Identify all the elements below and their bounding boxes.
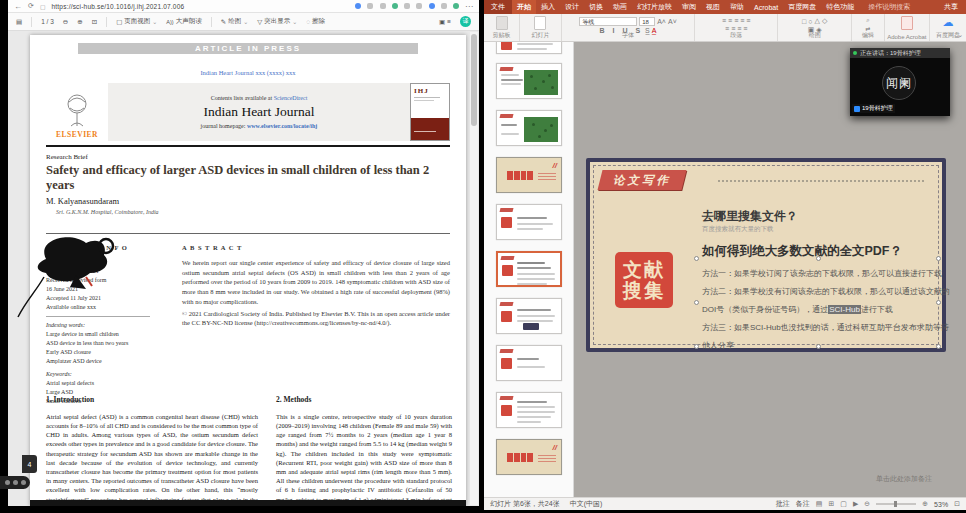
selection-handle[interactable] xyxy=(816,344,821,349)
toc-icon[interactable]: ▤ xyxy=(16,18,22,26)
extension-icon[interactable] xyxy=(404,3,410,9)
floating-tool-pill[interactable] xyxy=(0,476,30,489)
save-icon[interactable]: ▣ xyxy=(439,18,445,26)
slide-thumbnail[interactable] xyxy=(496,110,562,146)
slide-thumbnail[interactable] xyxy=(496,392,562,428)
extension-icon[interactable] xyxy=(441,3,447,9)
slide-thumbnail[interactable] xyxy=(496,345,562,381)
notes-button[interactable]: 备注 xyxy=(796,499,810,509)
slide-thumbnail[interactable] xyxy=(496,298,562,334)
zoom-in-icon[interactable]: ⊕ xyxy=(77,18,82,26)
pdf-scrollbar-thumb[interactable] xyxy=(471,34,477,126)
tab-review[interactable]: 审阅 xyxy=(677,0,701,14)
selection-handle[interactable] xyxy=(694,344,699,349)
extension-icon[interactable] xyxy=(355,3,361,9)
selection-handle[interactable] xyxy=(694,300,699,305)
slide-seal-badge[interactable]: 文献 搜集 xyxy=(615,252,673,308)
pdf-scrollbar[interactable] xyxy=(470,32,478,505)
zoom-out-icon[interactable]: ⊖ xyxy=(63,18,68,26)
sciencedirect-link[interactable]: ScienceDirect xyxy=(274,95,308,101)
comments-button[interactable]: 批注 xyxy=(776,499,790,509)
current-slide[interactable]: 论文写作 文献 搜集 去哪里搜集文件？ 百度搜索就有大量的下载 如何得到绝大多数… xyxy=(586,158,946,352)
slide-method-2-line-1[interactable]: 方法二：如果学校没有订阅该杂志的下载权限，那么可以通过该文献的 xyxy=(702,286,944,297)
url-field[interactable]: https://sci-hub.se/10.1016/j.ihj.2021.07… xyxy=(52,3,185,10)
cloud-icon[interactable]: ☁ xyxy=(942,16,953,29)
translate-extension-icon[interactable]: 译 xyxy=(460,16,471,27)
share-button[interactable]: 共享 xyxy=(936,0,966,14)
slide-thumbnail[interactable]: // xyxy=(496,157,562,193)
slide-question-2[interactable]: 如何得到绝大多数文献的全文PDF？ xyxy=(702,243,902,260)
page-number-tag[interactable]: 4 xyxy=(22,455,37,473)
slide-thumbnail[interactable] xyxy=(496,63,562,99)
slide-question-1[interactable]: 去哪里搜集文件？ xyxy=(702,208,798,225)
selection-handle[interactable] xyxy=(936,256,941,261)
slide-thumbnail[interactable]: // xyxy=(496,439,562,475)
tab-view[interactable]: 视图 xyxy=(701,0,725,14)
erase-button[interactable]: ◌ 擦除 xyxy=(306,17,325,26)
selection-handle[interactable] xyxy=(694,256,699,261)
grow-font-icon[interactable]: A˄ xyxy=(657,18,666,25)
font-name-box[interactable]: 等线 xyxy=(579,17,637,26)
new-slide-button[interactable] xyxy=(534,16,546,30)
back-icon[interactable]: ← xyxy=(14,2,22,11)
tab-insert[interactable]: 插入 xyxy=(536,0,560,14)
zoom-percent[interactable]: 53% xyxy=(934,501,948,508)
extension-icon[interactable] xyxy=(380,3,386,9)
meeting-overlay-window[interactable]: 正在讲话：19骨科护理 闻阑 19骨科护理 xyxy=(850,48,950,116)
paste-button[interactable] xyxy=(496,16,508,30)
slide-question-1-subtext[interactable]: 百度搜索就有大量的下载 xyxy=(702,225,774,234)
tab-acrobat[interactable]: Acrobat xyxy=(749,0,783,14)
highlight-button[interactable]: ▽ 突出显示 ⌄ xyxy=(257,17,297,26)
font-size-box[interactable]: 18 xyxy=(639,17,655,26)
print-icon[interactable]: ≡ xyxy=(447,18,451,25)
extension-icon[interactable] xyxy=(416,3,422,9)
normal-view-icon[interactable]: ▤ xyxy=(816,500,823,508)
tab-design[interactable]: 设计 xyxy=(560,0,584,14)
slide-ribbon-badge[interactable]: 论文写作 xyxy=(598,170,687,190)
extension-icon[interactable] xyxy=(429,3,435,9)
fit-slide-icon[interactable]: ⊡ xyxy=(954,500,960,508)
refresh-icon[interactable]: ⟳ xyxy=(28,2,34,10)
slide-thumbnail[interactable] xyxy=(496,204,562,240)
zoom-out-icon[interactable]: ⊖ xyxy=(864,500,870,508)
tell-me-search[interactable]: 操作说明搜索 xyxy=(863,0,915,14)
draw-button[interactable]: ✎ 绘图 ⌄ xyxy=(221,17,248,26)
reading-view-icon[interactable]: ▢ xyxy=(840,500,847,508)
tab-help[interactable]: 帮助 xyxy=(725,0,749,14)
notes-hint-text[interactable]: 单击此处添加备注 xyxy=(876,474,932,484)
slide-method-2-line-2[interactable]: DOI号（类似于身份证号码），通过SCI-Hub进行下载 xyxy=(702,304,944,315)
zoom-slider-knob[interactable] xyxy=(894,501,897,507)
selection-handle[interactable] xyxy=(936,300,941,305)
tab-animations[interactable]: 动画 xyxy=(608,0,632,14)
tab-baidu-netdisk[interactable]: 百度网盘 xyxy=(783,0,821,14)
selection-handle[interactable] xyxy=(816,256,821,261)
slide-sorter-icon[interactable]: ⊞ xyxy=(828,500,834,508)
create-pdf-button[interactable] xyxy=(901,16,913,30)
zoom-in-icon[interactable]: ⊕ xyxy=(922,500,928,508)
slide-method-3-line-1[interactable]: 方法三：如果SCI-Hub也没找到的话，通过科研互助平台发布求助等待 xyxy=(702,322,944,333)
fit-width-icon[interactable]: ⊡ xyxy=(92,18,97,26)
tab-slideshow[interactable]: 幻灯片放映 xyxy=(632,0,677,14)
collapse-ribbon-icon[interactable]: ⌄ xyxy=(957,31,963,39)
read-aloud-button[interactable]: A)) 大声朗读 xyxy=(166,17,201,26)
tab-file[interactable]: 文件 xyxy=(484,0,512,14)
journal-homepage-link[interactable]: www.elsevier.com/locate/ihj xyxy=(247,123,317,129)
selection-handle[interactable] xyxy=(936,344,941,349)
tab-transitions[interactable]: 切换 xyxy=(584,0,608,14)
language-indicator[interactable]: 中文(中国) xyxy=(570,499,603,509)
browser-menu-icon[interactable]: ⋯ xyxy=(465,2,473,11)
zoom-slider[interactable] xyxy=(876,503,916,505)
extension-icon[interactable] xyxy=(392,3,398,9)
extension-icon[interactable] xyxy=(367,3,373,9)
tab-home[interactable]: 开始 xyxy=(512,0,536,14)
tab-featured-tools[interactable]: 特色功能 xyxy=(821,0,859,14)
slide-thumbnail[interactable] xyxy=(496,42,562,54)
slide-thumbnail-selected[interactable] xyxy=(496,251,562,287)
shrink-font-icon[interactable]: A˅ xyxy=(668,18,677,25)
slide-method-1[interactable]: 方法一：如果学校订阅了该杂志的下载权限，那么可以直接进行下载 xyxy=(702,268,944,279)
slide-method-3-line-2[interactable]: 他人分享 xyxy=(702,340,944,351)
page-view-button[interactable]: ▢ 页面视图 ⌄ xyxy=(116,17,157,26)
meeting-title-bar[interactable]: 正在讲话：19骨科护理 xyxy=(850,48,950,58)
slideshow-icon[interactable]: ▶ xyxy=(853,500,858,508)
profile-avatar[interactable] xyxy=(453,3,459,9)
